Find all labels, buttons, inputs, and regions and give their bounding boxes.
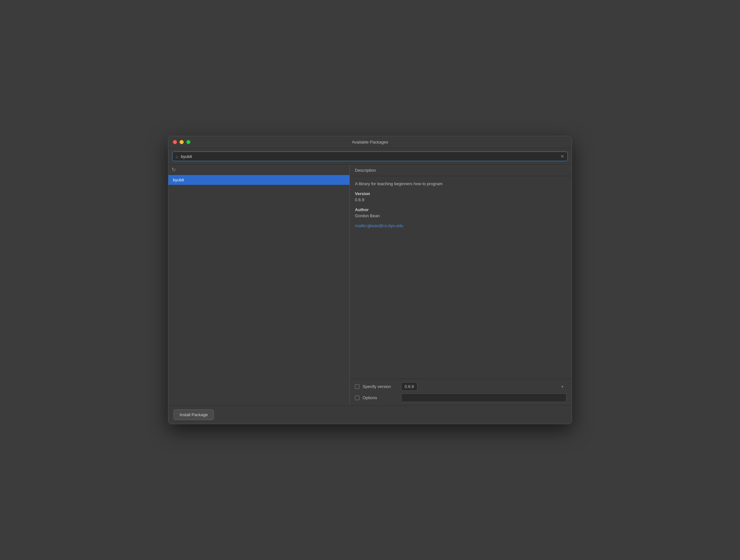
search-bar: ⌕ ✕ [168,148,572,165]
search-input-wrapper: ⌕ ✕ [172,151,568,161]
maximize-button[interactable] [186,140,190,144]
specify-version-row: Specify version 0.6.9 [355,382,567,391]
version-select-wrapper: 0.6.9 [401,382,567,391]
version-value: 0.6.9 [355,197,567,202]
toolbar: ↻ [168,165,350,175]
author-label: Author [355,207,567,212]
install-package-button[interactable]: Install Package [173,410,214,420]
window-title: Available Packages [352,140,388,144]
left-panel: ↻ byubit [168,165,350,405]
refresh-icon[interactable]: ↻ [172,166,176,173]
author-value: Gordon Bean [355,213,567,218]
title-bar: Available Packages [168,136,572,148]
close-button[interactable] [173,140,177,144]
options-label: Options [363,395,398,400]
description-text: A library for teaching beginners how to … [355,181,567,186]
main-content: ↻ byubit Description A library for teach… [168,165,572,405]
version-label: Version [355,191,567,196]
options-row: Options [355,394,567,402]
specify-version-checkbox[interactable] [355,384,359,389]
description-content: A library for teaching beginners how to … [350,176,572,379]
minimize-button[interactable] [180,140,184,144]
version-select[interactable]: 0.6.9 [401,382,418,391]
options-input[interactable] [401,394,567,402]
search-input[interactable] [181,154,558,159]
description-header: Description [350,165,572,176]
specify-version-label: Specify version [363,384,398,389]
options-checkbox[interactable] [355,396,359,400]
traffic-lights [173,140,190,144]
right-panel: Description A library for teaching begin… [350,165,572,405]
clear-search-icon[interactable]: ✕ [560,154,564,159]
author-email-link[interactable]: mailto:gbean@cs.byu.edu [355,223,403,228]
package-list: byubit [168,175,350,405]
main-window: Available Packages ⌕ ✕ ↻ byubit Descript… [168,136,572,424]
window-footer: Install Package [168,405,572,424]
bottom-controls: Specify version 0.6.9 Options [350,379,572,405]
package-item[interactable]: byubit [168,175,350,185]
search-icon: ⌕ [176,154,178,159]
